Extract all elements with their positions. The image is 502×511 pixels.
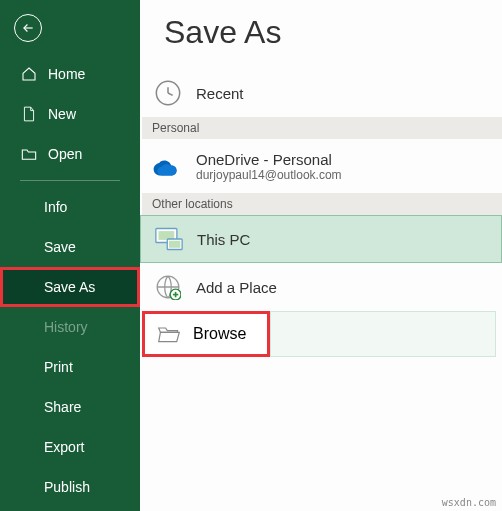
sidebar-item-label: Publish	[44, 479, 90, 495]
open-folder-icon	[20, 147, 38, 161]
location-label: This PC	[197, 231, 250, 248]
sidebar-item-share[interactable]: Share	[0, 387, 140, 427]
sidebar-item-new[interactable]: New	[0, 94, 140, 134]
sidebar-item-publish[interactable]: Publish	[0, 467, 140, 507]
sidebar-item-label: Save	[44, 239, 76, 255]
sidebar-item-label: Print	[44, 359, 73, 375]
sidebar-item-label: Home	[48, 66, 85, 82]
sidebar-divider	[20, 180, 120, 181]
browse-row: Browse	[142, 311, 502, 357]
onedrive-icon	[152, 150, 184, 182]
back-arrow-icon	[21, 21, 35, 35]
sidebar-item-label: History	[44, 319, 88, 335]
sidebar-item-label: New	[48, 106, 76, 122]
sidebar-item-label: Export	[44, 439, 84, 455]
location-label: Recent	[196, 85, 244, 102]
sidebar-item-home[interactable]: Home	[0, 54, 140, 94]
section-other: Other locations	[142, 193, 502, 215]
page-title: Save As	[140, 10, 502, 69]
section-personal: Personal	[142, 117, 502, 139]
clock-icon	[152, 77, 184, 109]
sidebar-item-label: Info	[44, 199, 67, 215]
svg-line-3	[168, 93, 173, 95]
location-label: Add a Place	[196, 279, 277, 296]
sidebar-item-print[interactable]: Print	[0, 347, 140, 387]
browse-label: Browse	[193, 325, 246, 343]
sidebar-item-label: Save As	[44, 279, 95, 295]
add-place-icon	[152, 271, 184, 303]
new-file-icon	[20, 106, 38, 122]
back-button[interactable]	[14, 14, 42, 42]
this-pc-icon	[153, 223, 185, 255]
path-box[interactable]	[270, 311, 496, 357]
sidebar-item-info[interactable]: Info	[0, 187, 140, 227]
home-icon	[20, 66, 38, 82]
location-recent[interactable]: Recent	[140, 69, 502, 117]
sidebar-item-open[interactable]: Open	[0, 134, 140, 174]
watermark: wsxdn.com	[442, 497, 496, 508]
backstage-view: Home New Open Info Save Save As History …	[0, 0, 502, 511]
location-add-place[interactable]: Add a Place	[140, 263, 502, 311]
folder-open-icon	[155, 320, 183, 348]
sidebar: Home New Open Info Save Save As History …	[0, 0, 140, 511]
main-panel: Save As Recent Personal OneDrive - Perso…	[140, 0, 502, 511]
sidebar-item-label: Open	[48, 146, 82, 162]
location-onedrive[interactable]: OneDrive - Personal durjoypaul14@outlook…	[140, 139, 502, 193]
sidebar-item-save[interactable]: Save	[0, 227, 140, 267]
onedrive-title: OneDrive - Personal	[196, 151, 342, 168]
onedrive-account: durjoypaul14@outlook.com	[196, 168, 342, 182]
sidebar-item-save-as[interactable]: Save As	[0, 267, 140, 307]
sidebar-item-label: Share	[44, 399, 81, 415]
sidebar-item-export[interactable]: Export	[0, 427, 140, 467]
svg-rect-7	[169, 241, 180, 248]
browse-button[interactable]: Browse	[142, 311, 270, 357]
sidebar-item-history: History	[0, 307, 140, 347]
location-this-pc[interactable]: This PC	[140, 215, 502, 263]
location-text: OneDrive - Personal durjoypaul14@outlook…	[196, 151, 342, 182]
